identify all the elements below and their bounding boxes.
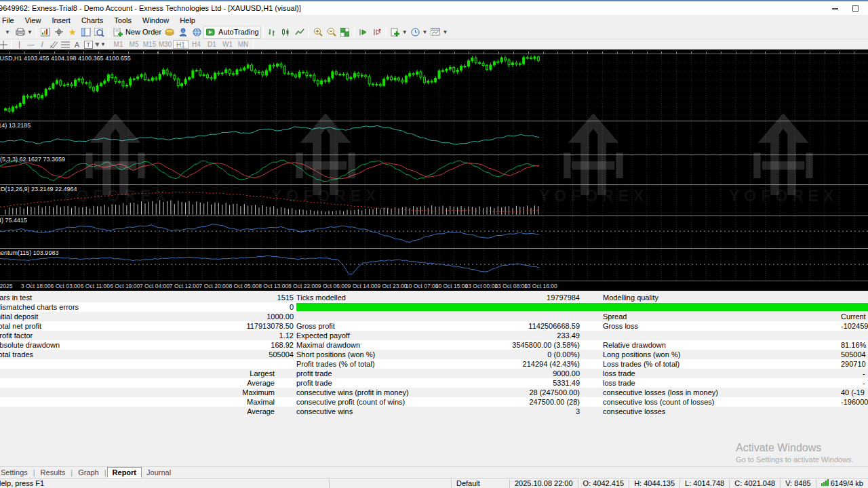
timeframe-m1[interactable]: M1 (111, 40, 126, 49)
menu-help[interactable]: Help (174, 16, 201, 24)
vertical-line-tool[interactable]: | (14, 40, 25, 49)
toolbar-separator (309, 26, 309, 37)
report-value: 505004 ( (841, 350, 868, 359)
tab-journal[interactable]: Journal (142, 468, 176, 477)
candlestick-chart-button[interactable] (279, 26, 293, 39)
timeframe-mn[interactable]: MN (235, 40, 251, 49)
time-axis-label: 10 Oct 15:00 (435, 283, 469, 289)
accounts-button[interactable] (176, 26, 190, 39)
pane-label-rsi: RSI(14) 75.4415 (0, 217, 27, 224)
chart-area[interactable]: XAUUSD,H1 4103.455 4104.198 4100.365 410… (0, 49, 868, 291)
report-value: 1.12 (190, 331, 294, 340)
menu-view[interactable]: View (20, 16, 47, 24)
timeframe-d1[interactable]: D1 (204, 40, 220, 49)
timeframe-m5[interactable]: M5 (126, 40, 142, 49)
time-axis-label: 3 Oct 18:00 (19, 283, 53, 289)
report-value: - (863, 378, 868, 388)
cursor-tool[interactable] (0, 40, 9, 49)
favorites-button[interactable]: ★ (66, 26, 79, 39)
market-watch-icon (40, 26, 51, 37)
timeframe-m30[interactable]: M30 (157, 40, 173, 49)
zoom-in-button[interactable] (311, 26, 325, 39)
menu-insert[interactable]: Insert (46, 16, 76, 24)
report-row: Profit factor1.12Expected payoff233.49 (0, 331, 868, 340)
autotrading-button[interactable]: AutoTrading (203, 26, 261, 39)
time-axis-label: 6 Oct 11:00 (78, 283, 112, 289)
indicators-button[interactable]: ▼ (389, 26, 409, 39)
report-value: 0 (0.00%) (419, 350, 580, 359)
menu-file[interactable]: File (0, 16, 20, 24)
report-row: Initial deposit1000.00SpreadCurrent (0, 312, 868, 321)
modelling-quality-bar (296, 303, 868, 311)
market-watch-button[interactable] (39, 26, 52, 39)
zoom-in-icon (313, 26, 323, 37)
community-button[interactable] (190, 26, 203, 39)
time-axis-label: 13 Oct 00:00 (465, 283, 498, 289)
time-axis[interactable]: 20253 Oct 18:006 Oct 03:006 Oct 11:006 O… (0, 281, 868, 291)
chart-pane-main: XAUUSD,H1 4103.455 4104.198 4100.365 410… (0, 54, 868, 121)
report-label: Long positions (won %) (603, 350, 837, 359)
report-value: 1515 (190, 293, 294, 302)
auto-scroll-button[interactable] (357, 26, 370, 39)
crosshair-icon (54, 26, 64, 37)
tab-settings[interactable]: Settings (0, 468, 33, 477)
tile-windows-button[interactable] (338, 26, 352, 39)
tab-graph[interactable]: Graph (73, 468, 104, 477)
time-axis-label: 9 Oct 23:00 (375, 283, 409, 289)
deposit-button[interactable] (163, 26, 176, 39)
periods-button[interactable]: ▼ (409, 26, 429, 39)
bar-chart-button[interactable] (266, 26, 279, 39)
status-volume: V: 8485 (780, 479, 816, 488)
toolbar-separator (11, 39, 12, 50)
templates-button[interactable]: ▼ (429, 26, 449, 39)
standard-toolbar: ▼ ▼ ★ New Order AutoTrading (0, 25, 868, 39)
arrows-tool[interactable]: ▼ (94, 40, 106, 49)
horizontal-line-tool[interactable]: — (25, 40, 37, 49)
text-tool[interactable]: A (71, 40, 83, 49)
line-chart-button[interactable] (293, 26, 307, 39)
tab-report[interactable]: Report (107, 467, 142, 478)
menu-tools[interactable]: Tools (108, 16, 137, 24)
data-window-button[interactable] (52, 26, 66, 39)
channel-tool[interactable] (48, 40, 60, 49)
chevron-down-icon: ▼ (27, 29, 33, 35)
report-value: - (863, 369, 868, 378)
minimize-button[interactable] (826, 3, 844, 14)
timeframe-w1[interactable]: W1 (220, 40, 235, 49)
toolbar-separator (263, 26, 264, 37)
profiles-button[interactable]: ▼ (14, 26, 34, 39)
toolbar-separator (386, 26, 387, 37)
status-high: H: 4044.135 (629, 479, 679, 488)
chevron-down-icon: ▼ (442, 29, 448, 35)
tab-results[interactable]: Results (36, 468, 71, 477)
maximize-button[interactable] (846, 3, 864, 14)
chart-shift-button[interactable] (370, 26, 384, 39)
report-sublabel: Maximal (170, 397, 275, 407)
timeframe-h1[interactable]: H1 (173, 40, 189, 49)
menu-window[interactable]: Window (137, 16, 174, 24)
zoom-out-button[interactable] (325, 26, 338, 39)
toolbar-separator (354, 26, 355, 37)
trendline-tool[interactable]: / (37, 40, 48, 49)
fibonacci-tool[interactable] (60, 40, 71, 49)
report-panel: Bars in test1515Ticks modelled19797984Mo… (0, 291, 868, 466)
navigator-button[interactable] (79, 26, 93, 39)
tile-windows-icon (340, 26, 351, 37)
new-order-button[interactable]: New Order (111, 26, 163, 39)
new-chart-button[interactable]: ▼ (0, 26, 14, 39)
report-label: Loss trades (% of total) (603, 359, 837, 369)
chart-pane-macd: MACD(12,26,9) 23.2149 22.4964 (0, 184, 868, 216)
strategy-tester-button[interactable] (93, 26, 106, 39)
chart-pane-mom: Momentum(115) 103.9983 (0, 248, 868, 281)
globe-icon (191, 26, 202, 37)
report-value: 214294 (42.43%) (419, 359, 580, 369)
timeframe-m15[interactable]: M15 (142, 40, 157, 49)
report-label: loss trade (603, 369, 837, 378)
menu-charts[interactable]: Charts (76, 16, 108, 24)
report-value: -196000 (841, 397, 868, 407)
text-label-tool[interactable]: T (83, 40, 94, 49)
timeframe-h4[interactable]: H4 (189, 40, 204, 49)
report-row: Averageprofit trade5331.49loss trade- (0, 378, 868, 388)
status-bar: For Help, press F1 Default2025.10.08 22:… (0, 478, 868, 488)
line-studies-toolbar: | — / A T ▼ M1M5M15M30H1H4D1W1MN (0, 39, 868, 49)
